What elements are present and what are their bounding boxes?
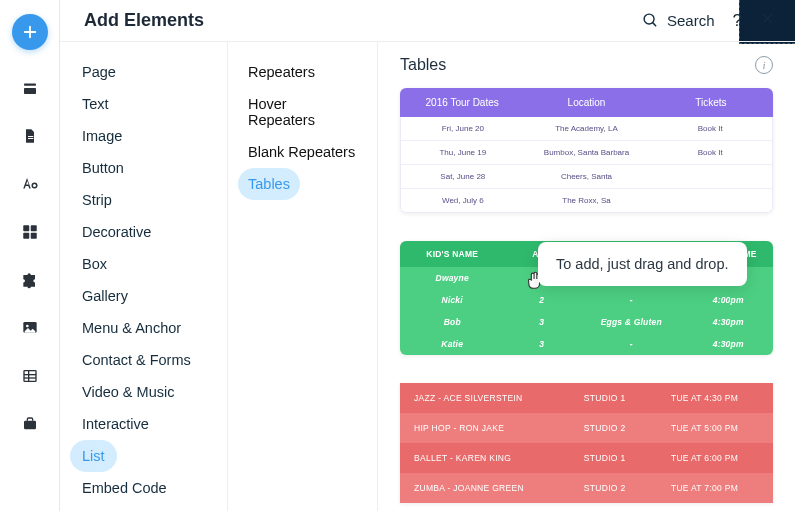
table-cell: 4:00pm — [683, 295, 773, 305]
table-cell: Nicki — [400, 295, 504, 305]
table-cell: 2 — [504, 295, 579, 305]
table-header-cell: Location — [524, 97, 648, 108]
subcategory-item[interactable]: Blank Repeaters — [238, 136, 367, 168]
category-item[interactable]: Interactive — [70, 408, 217, 440]
svg-rect-14 — [24, 371, 36, 382]
text-style-icon — [20, 175, 40, 193]
image-icon — [21, 320, 39, 336]
category-item[interactable]: Decorative — [70, 216, 217, 248]
table-cell: Eggs & Gluten — [579, 317, 683, 327]
rail-item-data[interactable] — [20, 366, 40, 386]
table-cell: TUE AT 6:00 PM — [650, 453, 759, 463]
table-cell: Bumbox, Santa Barbara — [525, 148, 649, 157]
preview-pane: Tables i 2016 Tour Dates Location Ticket… — [378, 42, 795, 511]
table-cell: STUDIO 2 — [559, 423, 650, 433]
table-cell: STUDIO 2 — [559, 483, 650, 493]
rail-item-font[interactable] — [20, 174, 40, 194]
table-cell: ZUMBA - JOANNE GREEN — [414, 483, 559, 493]
table-cell: JAZZ - ACE SILVERSTEIN — [414, 393, 559, 403]
tool-rail — [0, 0, 60, 511]
page-icon — [21, 79, 39, 97]
rail-item-integrations[interactable] — [20, 270, 40, 290]
category-item[interactable]: Box — [70, 248, 217, 280]
svg-rect-4 — [28, 136, 33, 137]
subcategory-item[interactable]: Tables — [238, 168, 300, 200]
table-preset[interactable]: JAZZ - ACE SILVERSTEIN STUDIO 1 TUE AT 4… — [400, 383, 773, 503]
table-cell — [648, 172, 772, 181]
table-cell: TUE AT 5:00 PM — [650, 423, 759, 433]
category-item[interactable]: Page — [70, 56, 217, 88]
table-preset[interactable]: 2016 Tour Dates Location Tickets Fri, Ju… — [400, 88, 773, 213]
search-label: Search — [667, 12, 715, 29]
rail-item-media[interactable] — [20, 318, 40, 338]
table-cell: 4:30pm — [683, 339, 773, 349]
category-item[interactable]: Text — [70, 88, 217, 120]
category-item[interactable]: Embed Code — [70, 472, 217, 504]
category-item[interactable]: Button — [70, 152, 217, 184]
category-item[interactable]: List — [70, 440, 117, 472]
table-cell: Katie — [400, 339, 504, 349]
svg-rect-3 — [24, 88, 36, 94]
category-item[interactable]: Image — [70, 120, 217, 152]
table-cell: Book It — [648, 124, 772, 133]
help-button[interactable]: ? — [733, 11, 742, 31]
rail-item-pages[interactable] — [20, 78, 40, 98]
table-cell: The Academy, LA — [525, 124, 649, 133]
svg-rect-9 — [30, 225, 36, 231]
table-cell: 4:30pm — [683, 317, 773, 327]
search-icon — [642, 12, 659, 29]
section-title: Tables — [400, 56, 446, 74]
add-button[interactable] — [12, 14, 48, 50]
table-cell: TUE AT 7:00 PM — [650, 483, 759, 493]
table-cell: Thu, June 19 — [401, 148, 525, 157]
category-item[interactable]: Gallery — [70, 280, 217, 312]
rail-item-business[interactable] — [20, 414, 40, 434]
close-icon — [760, 11, 775, 26]
table-cell: BALLET - KAREN KING — [414, 453, 559, 463]
svg-point-13 — [26, 325, 29, 328]
table-cell: Cheers, Santa — [525, 172, 649, 181]
document-icon — [22, 127, 38, 145]
puzzle-icon — [20, 270, 40, 290]
add-elements-panel: Add Elements Search ? Page Text Image Bu… — [60, 0, 795, 511]
table-cell: Fri, June 20 — [401, 124, 525, 133]
svg-point-7 — [33, 184, 36, 187]
drag-drop-tooltip: To add, just drag and drop. — [538, 242, 747, 286]
svg-rect-2 — [24, 84, 36, 86]
category-item[interactable]: Contact & Forms — [70, 344, 217, 376]
table-cell: TUE AT 4:30 PM — [650, 393, 759, 403]
table-cell: 3 — [504, 317, 579, 327]
svg-point-19 — [644, 14, 654, 24]
rail-item-document[interactable] — [20, 126, 40, 146]
table-cell: HIP HOP - RON JAKE — [414, 423, 559, 433]
subcategory-item[interactable]: Repeaters — [238, 56, 367, 88]
svg-rect-11 — [30, 233, 36, 239]
table-header-cell: KID'S NAME — [400, 249, 504, 259]
table-cell: The Roxx, Sa — [525, 196, 649, 205]
table-cell: - — [579, 295, 683, 305]
table-header-cell: 2016 Tour Dates — [400, 97, 524, 108]
category-item[interactable]: Strip — [70, 184, 217, 216]
table-header-cell: Tickets — [649, 97, 773, 108]
svg-rect-8 — [23, 225, 29, 231]
category-item[interactable]: Video & Music — [70, 376, 217, 408]
search-button[interactable]: Search — [642, 12, 715, 29]
table-cell: Wed, July 6 — [401, 196, 525, 205]
table-cell: - — [579, 339, 683, 349]
table-cell: Dwayne — [400, 273, 504, 283]
svg-rect-5 — [28, 138, 33, 139]
svg-rect-18 — [24, 421, 36, 430]
subcategory-item[interactable]: Hover Repeaters — [238, 88, 367, 136]
info-icon: i — [762, 59, 765, 71]
table-cell — [648, 196, 772, 205]
subcategory-list: Repeaters Hover Repeaters Blank Repeater… — [228, 42, 378, 511]
table-cell: Book It — [648, 148, 772, 157]
grid-icon — [21, 223, 39, 241]
panel-header: Add Elements Search ? — [60, 0, 795, 42]
close-button[interactable] — [760, 11, 775, 30]
rail-item-apps[interactable] — [20, 222, 40, 242]
panel-title: Add Elements — [84, 10, 204, 31]
info-button[interactable]: i — [755, 56, 773, 74]
svg-rect-10 — [23, 233, 29, 239]
category-item[interactable]: Menu & Anchor — [70, 312, 217, 344]
